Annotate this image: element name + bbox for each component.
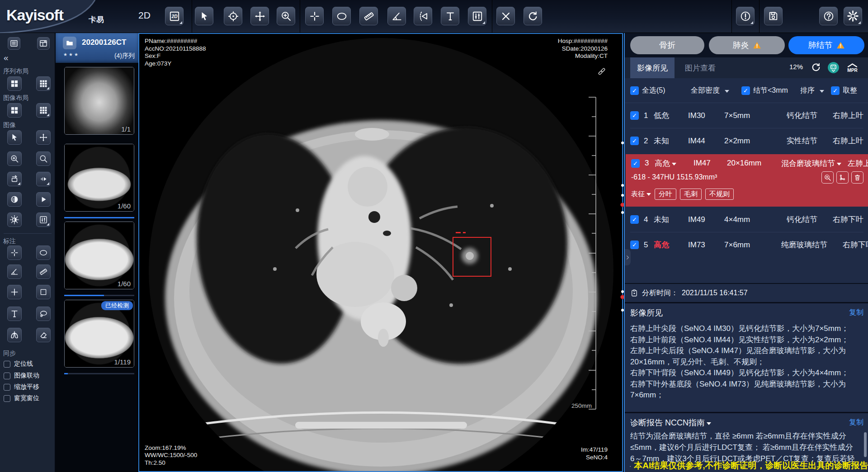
sync-option-locator[interactable]: 定位线 [4,360,33,368]
series-grid-3x3-button[interactable] [36,76,51,91]
pan-tool-button[interactable] [250,7,269,25]
nodule-row-5[interactable]: 5 高危 IM73 7×6mm 纯磨玻璃结节 右肺下叶 [625,232,868,257]
2d-layout-button[interactable]: 2D [165,7,184,25]
nodule-checkbox[interactable] [631,159,640,168]
thumbnail-series-2[interactable]: 1/60 [64,144,134,212]
crosshair-annotation[interactable] [7,245,22,260]
followup-compare-button[interactable] [836,171,849,184]
settings-button[interactable] [844,7,862,25]
locate-tool-button[interactable] [224,7,242,25]
nodule-risk-dropdown[interactable]: 高危 [655,158,693,169]
rectangle-annotation[interactable] [36,285,51,299]
collapse-sidebar-button[interactable]: « [4,53,9,63]
checkbox-unchecked[interactable] [4,373,10,379]
rotate-tool[interactable] [7,172,22,186]
trait-dropdown[interactable]: 表征 [631,190,651,198]
copy-report-link[interactable]: 复制 [849,418,863,427]
text-tool-button[interactable] [441,7,459,25]
nodule-type-dropdown[interactable]: 混合磨玻璃结节 [781,158,841,169]
ct-viewport[interactable]: PName:#########AccNO:202101158888 Sex:FA… [138,33,623,472]
magnify-tool[interactable] [36,151,51,166]
checkbox-checked[interactable] [630,86,639,95]
cine-play-tool[interactable] [36,192,51,207]
series-rating-stars[interactable]: ★★★ [63,52,80,57]
invert-tool[interactable] [7,192,22,207]
ruler-tool-button[interactable] [359,7,378,25]
checkbox-unchecked[interactable] [4,395,10,402]
nodule-lobe-dropdown[interactable]: 左肺上叶 [841,158,868,169]
ruler-annotation[interactable] [36,264,51,279]
panel-collapse-handle[interactable] [625,249,631,265]
save-button[interactable] [764,7,783,25]
brightness-tool[interactable] [7,212,22,227]
crosshair-tool-button[interactable] [305,7,324,25]
nodule-checkbox[interactable] [630,241,639,249]
text-annotation[interactable] [7,307,22,321]
trait-tag[interactable]: 毛刺 [680,189,702,200]
sort-dropdown[interactable]: 排序 [800,86,824,95]
link-sync-icon[interactable] [597,66,607,76]
series-header[interactable]: 20200126CT ★★★ (4)序列 [56,33,138,63]
copy-findings-link[interactable]: 复制 [849,308,863,317]
report-scrollbar[interactable] [864,432,867,457]
ellipse-annotation[interactable] [36,245,51,260]
checkbox-checked[interactable] [741,86,750,95]
select-all-checkbox[interactable]: 全选(5) [630,86,665,95]
tab-image-view[interactable]: 图片查看 [680,57,721,78]
checkbox-unchecked[interactable] [4,384,10,391]
lasso-annotation[interactable] [36,307,51,321]
sync-option-image-link[interactable]: 图像联动 [4,372,39,380]
mpr-button[interactable]: MPR [846,62,859,74]
window-level-button[interactable] [468,7,486,25]
nodule-row-4[interactable]: 4 未知 IM49 4×4mm 钙化结节 右肺下叶 [625,207,868,232]
module-fracture-button[interactable]: 骨折 [630,36,704,54]
delete-annotation-button[interactable] [496,7,515,25]
zoom-tool-button[interactable] [277,7,295,25]
magnify-nodule-button[interactable] [821,171,834,184]
checkbox-unchecked[interactable] [4,361,10,368]
lung-segmentation-tool[interactable] [7,328,22,342]
series-grid-2x2-button[interactable] [7,76,22,91]
reset-button[interactable] [524,7,542,25]
thumbnail-series-4-active[interactable]: 已经检测 1/119 [64,300,134,368]
window-level-tool[interactable] [36,212,51,227]
angle-tool-button[interactable] [387,7,406,25]
module-lung-nodule-button[interactable]: 肺结节 [788,36,864,54]
thumbnail-series-3[interactable]: 1/60 [64,222,134,289]
checkbox-checked[interactable] [831,86,840,95]
folder-button[interactable] [63,37,76,49]
image-grid-2x2-button[interactable] [7,103,22,118]
cross-annotation[interactable] [7,285,22,299]
eraser-tool[interactable] [36,328,51,342]
nodule-checkbox[interactable] [630,137,639,145]
module-pneumonia-button[interactable]: 肺炎 [709,36,785,54]
zoom-in-tool[interactable] [7,151,22,166]
pan-tool[interactable] [36,130,51,145]
refresh-button[interactable] [811,62,821,72]
sync-option-zoom-pan[interactable]: 缩放平移 [4,383,39,391]
trait-tag[interactable]: 不规则 [705,189,734,200]
ellipse-tool-button[interactable] [332,7,351,25]
delete-nodule-button[interactable] [851,171,863,184]
layout-close-button[interactable] [37,37,50,50]
cobb-angle-tool-button[interactable] [414,7,432,25]
confidence-threshold[interactable]: 12% [789,63,803,71]
help-button[interactable] [819,7,838,25]
layout-list-button[interactable] [8,37,20,50]
image-grid-3x3-button[interactable] [36,103,51,118]
trait-tag[interactable]: 分叶 [655,189,676,200]
tab-findings[interactable]: 影像所见 [630,57,675,78]
pointer-tool-button[interactable] [195,7,213,25]
nodule-row-1[interactable]: 1 低危 IM30 7×5mm 钙化结节 右肺上叶 [625,103,868,128]
angle-annotation[interactable] [7,264,22,279]
ai-report-button[interactable] [827,61,840,74]
nodule-row-2[interactable]: 2 未知 IM44 2×2mm 实性结节 右肺上叶 [625,128,868,153]
report-alert-button[interactable] [736,7,755,25]
nodule-row-3-selected[interactable]: 3 高危 IM47 20×16mm 混合磨玻璃结节 左肺上叶 -618 - 34… [626,154,868,207]
flip-tool[interactable] [36,172,51,186]
small-nodule-checkbox[interactable]: 结节<3mm [741,86,788,95]
pointer-tool[interactable] [7,130,22,145]
round-checkbox[interactable]: 取整 [831,86,857,95]
density-filter-dropdown[interactable]: 全部密度 [691,86,729,95]
nodule-checkbox[interactable] [630,111,639,120]
